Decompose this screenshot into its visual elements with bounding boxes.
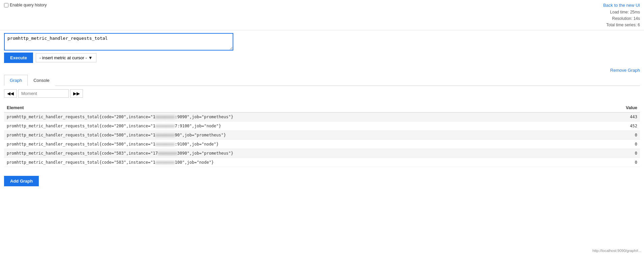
top-right: Back to the new UI Load time: 25ms Resol… — [603, 3, 640, 29]
enable-query-history-label[interactable]: Enable query history — [4, 3, 47, 7]
tabs: Graph Console — [4, 75, 640, 86]
insert-metric-label: - insert metric at cursor - — [39, 55, 87, 60]
chevron-down-icon: ▼ — [88, 55, 93, 60]
element-cell: promhttp_metric_handler_requests_total{c… — [4, 130, 597, 139]
console-area: ◀◀ ▶▶ Element Value promhttp_metric_hand… — [0, 86, 644, 170]
value-cell: 443 — [597, 112, 640, 121]
element-cell: promhttp_metric_handler_requests_total{c… — [4, 139, 597, 149]
top-left: Enable query history — [4, 3, 47, 7]
value-cell: 0 — [597, 149, 640, 158]
add-graph-area: Add Graph — [0, 170, 644, 192]
table-row: promhttp_metric_handler_requests_total{c… — [4, 139, 640, 149]
load-time: Load time: 25ms — [603, 9, 640, 15]
next-button[interactable]: ▶▶ — [70, 89, 83, 98]
prev-button[interactable]: ◀◀ — [4, 89, 17, 98]
stats: Load time: 25ms Resolution: 14s Total ti… — [603, 9, 640, 29]
back-to-new-ui-link[interactable]: Back to the new UI — [603, 3, 640, 8]
tab-console[interactable]: Console — [28, 75, 55, 86]
remove-graph-link[interactable]: Remove Graph — [610, 68, 640, 73]
add-graph-button[interactable]: Add Graph — [4, 176, 39, 186]
table-header-row: Element Value — [4, 103, 640, 113]
table-row: promhttp_metric_handler_requests_total{c… — [4, 130, 640, 139]
query-controls: Execute - insert metric at cursor - ▼ — [4, 53, 640, 63]
enable-query-history-checkbox[interactable] — [4, 3, 8, 7]
element-cell: promhttp_metric_handler_requests_total{c… — [4, 112, 597, 121]
table-row: promhttp_metric_handler_requests_total{c… — [4, 112, 640, 121]
table-row: promhttp_metric_handler_requests_total{c… — [4, 149, 640, 158]
element-cell: promhttp_metric_handler_requests_total{c… — [4, 121, 597, 130]
table-row: promhttp_metric_handler_requests_total{c… — [4, 121, 640, 130]
top-bar: Enable query history Back to the new UI … — [0, 0, 644, 30]
value-cell: 0 — [597, 158, 640, 167]
results-table: Element Value promhttp_metric_handler_re… — [4, 103, 640, 167]
value-column-header: Value — [597, 103, 640, 113]
value-cell: 0 — [597, 139, 640, 149]
main-area: promhttp_metric_handler_requests_total E… — [0, 30, 644, 66]
total-time-series: Total time series: 6 — [603, 22, 640, 28]
tab-graph[interactable]: Graph — [4, 75, 28, 86]
table-row: promhttp_metric_handler_requests_total{c… — [4, 158, 640, 167]
element-cell: promhttp_metric_handler_requests_total{c… — [4, 149, 597, 158]
element-cell: promhttp_metric_handler_requests_total{c… — [4, 158, 597, 167]
query-input[interactable]: promhttp_metric_handler_requests_total — [4, 33, 233, 51]
value-cell: 452 — [597, 121, 640, 130]
moment-input[interactable] — [18, 89, 69, 98]
remove-graph-area: Remove Graph — [0, 66, 644, 75]
execute-button[interactable]: Execute — [4, 53, 33, 63]
resolution: Resolution: 14s — [603, 15, 640, 22]
element-column-header: Element — [4, 103, 597, 113]
insert-metric-button[interactable]: - insert metric at cursor - ▼ — [36, 53, 96, 62]
query-row: promhttp_metric_handler_requests_total E… — [4, 33, 640, 63]
moment-row: ◀◀ ▶▶ — [4, 89, 640, 98]
value-cell: 0 — [597, 130, 640, 139]
